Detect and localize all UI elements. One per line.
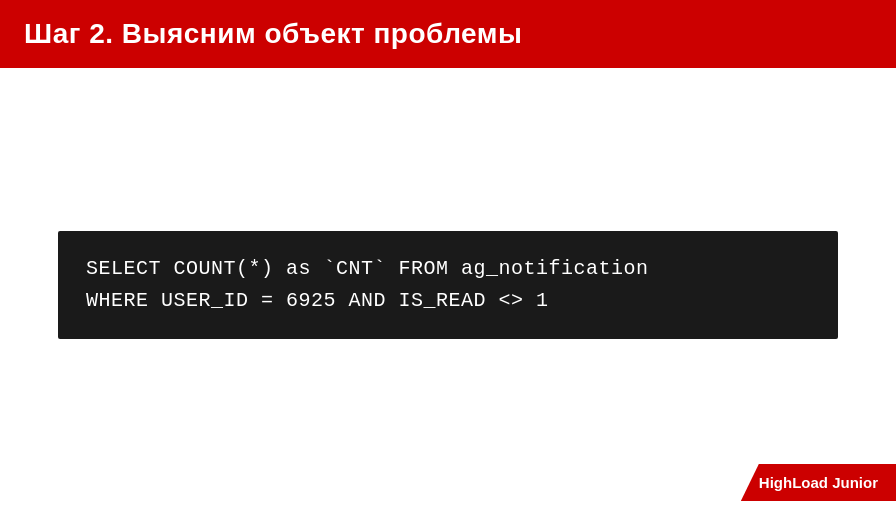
code-block: SELECT COUNT(*) as `CNT` FROM ag_notific… bbox=[58, 231, 838, 339]
header-bar: Шаг 2. Выясним объект проблемы bbox=[0, 0, 896, 68]
main-content: SELECT COUNT(*) as `CNT` FROM ag_notific… bbox=[0, 68, 896, 501]
code-line-1: SELECT COUNT(*) as `CNT` FROM ag_notific… bbox=[86, 253, 810, 285]
page-title: Шаг 2. Выясним объект проблемы bbox=[24, 18, 522, 50]
code-line-2: WHERE USER_ID = 6925 AND IS_READ <> 1 bbox=[86, 285, 810, 317]
brand-badge: HighLoad Junior bbox=[741, 464, 896, 501]
